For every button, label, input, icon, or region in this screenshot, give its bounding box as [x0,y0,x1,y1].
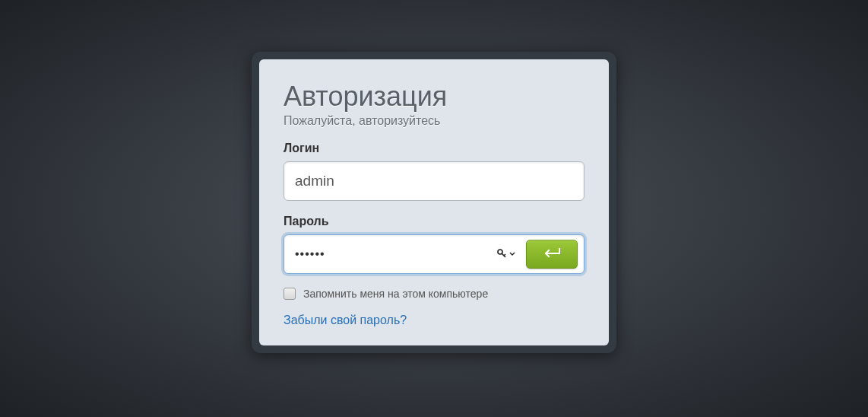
remember-row: Запомнить меня на этом компьютере [284,288,584,300]
password-input[interactable] [295,241,489,267]
submit-button[interactable] [526,240,578,269]
svg-line-2 [504,254,505,256]
login-label: Логин [284,142,584,155]
login-title: Авторизация [284,81,584,113]
login-inner: Авторизация Пожалуйста, авторизуйтесь Ло… [259,59,609,345]
login-subtitle: Пожалуйста, авторизуйтесь [284,114,584,128]
forgot-password-link[interactable]: Забыли свой пароль? [284,314,407,326]
password-row [284,234,584,274]
remember-checkbox[interactable] [284,288,296,300]
remember-label[interactable]: Запомнить меня на этом компьютере [303,288,488,300]
password-label: Пароль [284,215,584,228]
key-icon[interactable] [497,249,518,259]
login-panel: Авторизация Пожалуйста, авторизуйтесь Ло… [252,52,616,353]
enter-icon [541,247,562,262]
login-input[interactable] [284,161,584,201]
